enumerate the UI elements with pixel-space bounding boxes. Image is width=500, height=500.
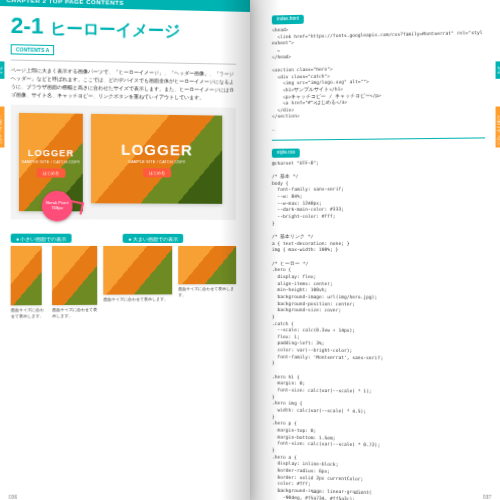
hero-logo: LOGGER <box>28 148 74 159</box>
side-tab-title: ヒーローイメージ <box>496 106 500 147</box>
code-html: <head> <link href="https://fonts.googlea… <box>272 23 485 121</box>
divider <box>11 60 236 65</box>
thumb-caption: 画面サイズに合わせて表示します。 <box>103 297 168 303</box>
thumb-caption: 画面サイズに合わせて表示します。 <box>52 307 97 319</box>
thumb-row: 画面サイズに合わせて表示します。 画面サイズに合わせて表示します。 画面サイズに… <box>11 246 236 319</box>
thumb-label-small: ● 小さい画面での表示 <box>11 234 72 243</box>
thumb-mobile-2 <box>52 246 97 305</box>
hero-tagline: SAMPLE SITE / CATCH COPY <box>128 160 186 165</box>
intro-paragraph: ページ上部に大きく表示する画像パーツで、「ヒーローイメージ」、「ヘッダー画像」、… <box>11 66 236 102</box>
file-tag-css: style.css <box>272 148 300 157</box>
page-number-right: 037 <box>483 494 492 500</box>
hero-sample-desktop: LOGGER SAMPLE SITE / CATCH COPY はじめる <box>91 114 222 204</box>
breakpoint-badge: Break Point 768px <box>42 191 73 222</box>
hero-tagline: SAMPLE SITE / CATCH COPY <box>22 160 81 165</box>
thumb-caption: 画面サイズに合わせて表示します。 <box>178 286 236 298</box>
ellipsis: … <box>272 124 485 133</box>
side-tab-section: 2-1 <box>496 61 500 79</box>
book-page-right: 2-1 ヒーローイメージ index.html <head> <link hre… <box>250 0 500 500</box>
code-divider <box>272 137 485 140</box>
side-tab-title: ヒーローイメージ <box>0 106 4 147</box>
thumb-desktop-2 <box>178 246 236 284</box>
hero-logo: LOGGER <box>121 141 193 159</box>
thumb-desktop-1 <box>103 246 172 295</box>
section-title: ヒーローイメージ <box>50 18 180 40</box>
contents-tag: CONTENTS A <box>11 44 55 55</box>
thumb-caption: 画面サイズに合わせて表示します。 <box>11 307 46 319</box>
thumb-mobile-1 <box>11 246 42 305</box>
hero-cta: はじめる <box>143 168 171 177</box>
hero-sample-stage: LOGGER SAMPLE SITE / CATCH COPY はじめる LOG… <box>11 105 236 220</box>
page-number-left: 036 <box>9 494 18 500</box>
hero-cta: はじめる <box>37 168 66 177</box>
thumb-label-large: ● 大きい画面での表示 <box>123 234 183 243</box>
section-number: 2-1 <box>11 14 44 37</box>
code-area: index.html <head> <link href="https://fo… <box>250 0 500 500</box>
file-tag-html: index.html <box>272 15 304 25</box>
side-tab-section: 2-1 <box>0 61 4 79</box>
book-page-left: CHAPTER 2 TOP PAGE CONTENTS 2-1 ヒーローイメージ… <box>0 0 250 500</box>
left-content: 2-1 ヒーローイメージ CONTENTS A ページ上部に大きく表示する画像パ… <box>0 6 250 326</box>
code-css: @charset "UTF-8"; /* 基本 */ body { font-f… <box>272 159 485 500</box>
thumb-headings: ● 小さい画面での表示 ● 大きい画面での表示 <box>11 234 236 243</box>
